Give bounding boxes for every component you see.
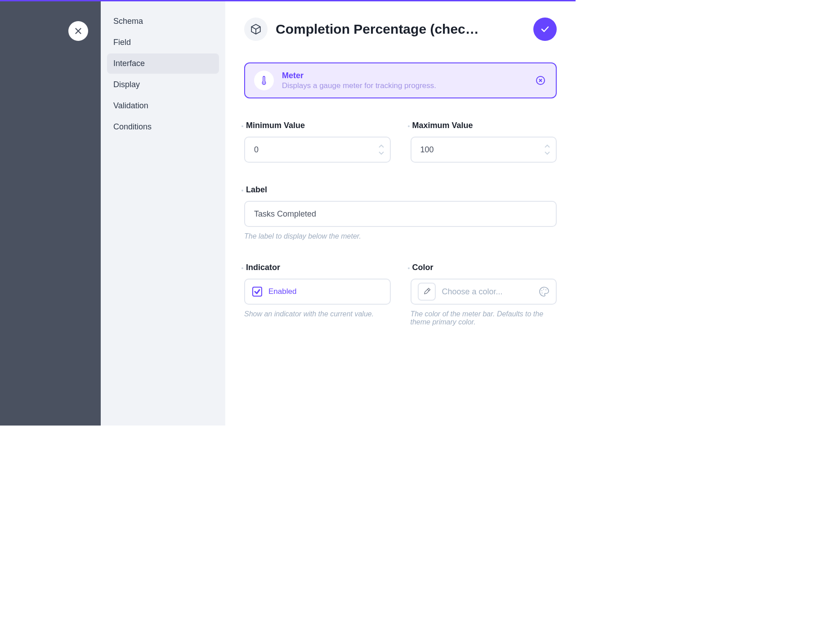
page-title: Completion Percentage (chec…	[276, 22, 525, 37]
label-indicator: Indicator	[244, 263, 391, 272]
close-button[interactable]	[68, 21, 88, 41]
checkbox	[252, 287, 262, 297]
label-label: Label	[244, 185, 557, 195]
row-label: Label The label to display below the met…	[244, 185, 557, 240]
chevron-up-icon[interactable]	[544, 144, 550, 149]
close-icon	[73, 26, 83, 36]
clear-selection-button[interactable]	[534, 74, 547, 87]
box-icon	[250, 23, 262, 35]
field-maximum: Maximum Value	[411, 121, 557, 163]
header: Completion Percentage (chec…	[244, 18, 557, 41]
svg-point-2	[541, 290, 542, 291]
maximum-value-input-wrap	[411, 137, 557, 163]
chevron-down-icon[interactable]	[378, 151, 384, 155]
main-panel: Completion Percentage (chec… Meter Displ…	[225, 1, 576, 426]
maximum-value-input[interactable]	[420, 145, 536, 155]
check-small-icon	[254, 288, 260, 295]
nav-sidebar: Schema Field Interface Display Validatio…	[101, 1, 225, 426]
label-color: Color	[411, 263, 557, 272]
save-button[interactable]	[533, 18, 557, 41]
minimum-value-input-wrap	[244, 137, 391, 163]
cancel-icon	[535, 75, 546, 86]
svg-point-0	[264, 82, 265, 84]
row-indicator-color: Indicator Enabled Show an indicator with…	[244, 263, 557, 326]
check-icon	[540, 24, 550, 35]
field-indicator: Indicator Enabled Show an indicator with…	[244, 263, 391, 326]
svg-point-3	[543, 289, 544, 290]
nav-item-validation[interactable]: Validation	[107, 96, 219, 116]
color-input-wrap: Choose a color...	[411, 279, 557, 305]
palette-icon	[539, 286, 550, 297]
help-label: The label to display below the meter.	[244, 232, 557, 240]
nav-item-field[interactable]: Field	[107, 32, 219, 53]
label-minimum: Minimum Value	[244, 121, 391, 130]
row-min-max: Minimum Value Maximum Value	[244, 121, 557, 163]
backdrop[interactable]	[0, 1, 101, 426]
help-indicator: Show an indicator with the current value…	[244, 310, 391, 318]
chip-text: Meter Displays a gauge meter for trackin…	[282, 71, 526, 90]
eyedropper-button[interactable]	[418, 283, 436, 301]
label-input[interactable]	[254, 209, 547, 219]
interface-selection-chip[interactable]: Meter Displays a gauge meter for trackin…	[244, 62, 557, 98]
chip-description: Displays a gauge meter for tracking prog…	[282, 81, 526, 90]
nav-item-conditions[interactable]: Conditions	[107, 117, 219, 137]
label-maximum: Maximum Value	[411, 121, 557, 130]
field-color: Color Choose a color... The color of the…	[411, 263, 557, 326]
nav-item-interface[interactable]: Interface	[107, 53, 219, 74]
checkbox-label: Enabled	[268, 287, 296, 296]
minimum-value-input[interactable]	[254, 145, 370, 155]
thermometer-icon	[259, 75, 269, 85]
field-minimum: Minimum Value	[244, 121, 391, 163]
nav-item-schema[interactable]: Schema	[107, 11, 219, 31]
chip-title: Meter	[282, 71, 526, 80]
palette-button[interactable]	[539, 286, 550, 297]
label-input-wrap	[244, 201, 557, 227]
color-placeholder[interactable]: Choose a color...	[442, 287, 533, 297]
field-label: Label The label to display below the met…	[244, 185, 557, 240]
chevron-down-icon[interactable]	[544, 151, 550, 155]
svg-point-4	[545, 289, 546, 290]
eyedropper-icon	[422, 287, 431, 296]
indicator-checkbox[interactable]: Enabled	[244, 279, 391, 305]
header-icon-wrap	[244, 18, 268, 41]
nav-item-display[interactable]: Display	[107, 75, 219, 95]
chevron-up-icon[interactable]	[378, 144, 384, 149]
help-color: The color of the meter bar. Defaults to …	[411, 310, 557, 326]
svg-point-5	[542, 293, 543, 293]
chip-icon-wrap	[254, 71, 274, 90]
drawer-viewport: Schema Field Interface Display Validatio…	[0, 0, 576, 426]
